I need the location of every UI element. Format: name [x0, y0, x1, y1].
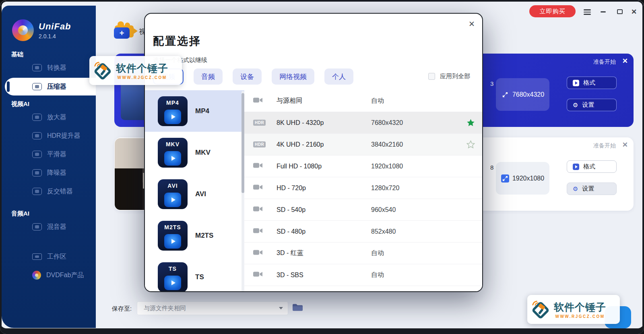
profile-row[interactable]: SD - 480p 852x480 — [244, 221, 482, 243]
profile-row[interactable]: SD - 540p 960x540 — [244, 199, 482, 221]
format-label: TS — [195, 273, 204, 281]
apply-to-all: 应用到全部 — [428, 73, 470, 80]
add-video-button[interactable]: + 视频 — [114, 20, 146, 41]
remove-task-icon[interactable]: ✕ — [622, 141, 628, 149]
profile-resolution: 1280x720 — [371, 185, 399, 192]
profile-name: 8K UHD - 4320p — [277, 119, 371, 127]
category-tabs: 视频 音频 设备 网络视频 个人 — [153, 68, 353, 85]
resolution-value: 7680x4320 — [512, 91, 544, 98]
hdr-booster-icon — [32, 132, 42, 139]
format-icon-label: AVI — [167, 183, 178, 209]
format-icon-label: TS — [169, 266, 177, 292]
compressor-icon — [32, 83, 42, 90]
category-tab[interactable]: 个人 — [324, 68, 353, 85]
expand-icon — [501, 91, 509, 99]
profile-name: Full HD - 1080p — [277, 163, 371, 170]
profile-name: SD - 480p — [277, 228, 371, 235]
category-tab[interactable]: 音频 — [194, 68, 223, 85]
gear-icon — [573, 186, 578, 192]
sidebar-item[interactable]: 放大器 — [2, 108, 96, 127]
watermark-title: 软件个锤子 — [116, 62, 168, 75]
format-item[interactable]: MP4 MP4 — [145, 90, 244, 132]
folder-icon[interactable] — [292, 303, 303, 311]
close-icon[interactable]: ✕ — [631, 8, 637, 16]
video-camera-icon — [253, 249, 263, 257]
profile-row[interactable]: HDR 8K UHD - 4320p 7680x4320 — [244, 112, 482, 134]
settings-button[interactable]: 设置 — [567, 183, 617, 195]
resolution-pill: 7680x4320 — [496, 78, 549, 111]
resolution-pill: 1920x1080 — [496, 162, 549, 195]
apply-all-label: 应用到全部 — [440, 73, 470, 80]
minimize-icon[interactable] — [601, 11, 606, 12]
category-tab[interactable]: 网络视频 — [272, 68, 314, 85]
play-icon — [573, 164, 579, 170]
profile-row[interactable]: Full HD - 1080p 1920x1080 — [244, 156, 482, 177]
deinterlacer-icon — [32, 188, 42, 195]
scrollbar-thumb[interactable] — [242, 93, 244, 193]
format-icon-label: MKV — [166, 141, 180, 168]
buy-now-button[interactable]: 立即购买 — [529, 5, 576, 17]
section-video-ai: 视频AI — [2, 100, 96, 108]
profile-row[interactable]: 3D - 红蓝 自动 — [244, 243, 482, 264]
format-icon-label: M2TS — [164, 224, 181, 251]
dialog-close-icon[interactable]: ✕ — [469, 19, 475, 29]
sidebar-item[interactable]: 转换器 — [2, 58, 96, 77]
format-item[interactable]: MKV MKV — [145, 132, 244, 173]
format-list: MP4 MP4 MKV MKV AVI — [145, 90, 244, 291]
apply-all-checkbox[interactable] — [428, 73, 435, 80]
sidebar-item[interactable]: DVDFab产品 — [2, 266, 96, 284]
tab-label: 设备 — [240, 72, 254, 81]
filename-fragment: 3 — [490, 80, 493, 87]
sidebar-item[interactable]: 压缩器 — [5, 78, 96, 95]
format-label: AVI — [195, 190, 206, 198]
profile-name: 3D - SBS — [277, 272, 371, 279]
plus-icon: + — [114, 27, 130, 39]
sidebar-item-label: 压缩器 — [47, 83, 66, 91]
sidebar-item-label: 工作区 — [47, 253, 66, 261]
format-item[interactable]: TS TS — [145, 256, 244, 292]
sidebar-item-label: 放大器 — [47, 113, 66, 122]
sidebar-item-label: 降噪器 — [47, 169, 66, 177]
profile-row[interactable]: 与源相同 自动 — [244, 90, 482, 112]
watermark: 软件个锤子 WWW.RJGCZ.COM — [527, 295, 620, 324]
save-path-value: 与源文件夹相同 — [144, 305, 186, 312]
workspace-icon — [32, 253, 42, 260]
app-logo-row: UniFab 2.0.1.4 — [2, 6, 96, 41]
format-label: MKV — [195, 149, 211, 157]
format-list-scrollbar[interactable] — [242, 91, 244, 292]
camera-lens-icon — [132, 27, 138, 35]
sidebar-item[interactable]: 工作区 — [2, 247, 96, 266]
format-item[interactable]: M2TS M2TS — [145, 215, 244, 256]
section-basic: 基础 — [2, 51, 96, 58]
sidebar-item[interactable]: 平滑器 — [2, 145, 96, 164]
format-label: M2TS — [195, 232, 213, 240]
category-tab[interactable]: 设备 — [233, 68, 262, 85]
menu-icon[interactable] — [584, 9, 591, 15]
m2ts-format-icon: M2TS — [158, 221, 188, 251]
format-item[interactable]: AVI AVI — [145, 173, 244, 215]
format-button-label: 格式 — [583, 163, 595, 170]
maximize-icon[interactable] — [617, 9, 623, 14]
profile-resolution: 自动 — [371, 271, 384, 279]
sidebar-item[interactable]: 降噪器 — [2, 164, 96, 182]
profile-row[interactable]: HDR 4K UHD - 2160p 3840x2160 — [244, 134, 482, 156]
play-icon — [573, 80, 579, 86]
sidebar-item[interactable]: HDR提升器 — [2, 127, 96, 145]
watermark-url: WWW.RJGCZ.COM — [554, 314, 606, 319]
settings-button[interactable]: 设置 — [567, 99, 617, 111]
favorite-star-outline-icon[interactable] — [466, 140, 475, 149]
profile-row[interactable]: HD - 720p 1280x720 — [244, 177, 482, 199]
format-button[interactable]: 格式 — [567, 77, 617, 89]
remove-task-icon[interactable]: ✕ — [622, 57, 628, 65]
sidebar-item[interactable]: 混音器 — [2, 218, 96, 236]
sidebar-item[interactable]: 反交错器 — [2, 182, 96, 201]
profile-resolution: 960x540 — [371, 206, 396, 214]
settings-button-label: 设置 — [582, 185, 594, 193]
save-path-dropdown[interactable]: 与源文件夹相同 — [137, 301, 288, 315]
favorite-star-filled-icon[interactable] — [466, 118, 475, 127]
avi-format-icon: AVI — [158, 179, 188, 209]
app-name: UniFab — [39, 21, 71, 32]
profile-row[interactable]: 3D - SBS 自动 — [244, 264, 482, 286]
video-camera-icon — [253, 97, 263, 105]
format-button[interactable]: 格式 — [567, 160, 617, 173]
